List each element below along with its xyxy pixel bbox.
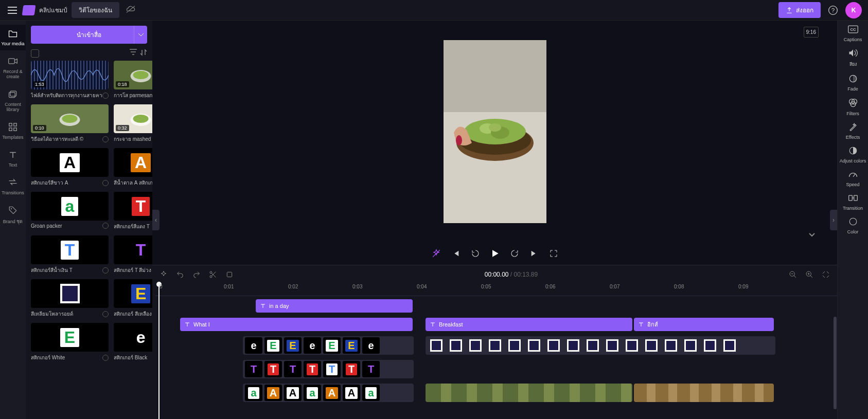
media-item[interactable]: 0:18การโส parmesanc. © <box>114 61 152 99</box>
skip-forward-icon[interactable] <box>529 248 539 259</box>
leftnav-brand[interactable]: Brand ชุด <box>0 202 26 229</box>
media-label: Groan packer <box>31 223 62 229</box>
forward-icon[interactable] <box>509 248 520 259</box>
clip-eggs[interactable]: อิกส์ <box>634 318 774 331</box>
zoom-in-icon[interactable] <box>804 269 814 280</box>
media-check[interactable] <box>102 355 109 361</box>
export-button[interactable]: ส่งออก <box>778 2 821 18</box>
clip-in-a-day[interactable]: in a day <box>256 299 413 313</box>
tile: T <box>362 361 380 377</box>
auto-icon[interactable] <box>158 269 169 280</box>
fit-icon[interactable] <box>821 269 831 280</box>
polaroid-strip-clip[interactable] <box>426 336 775 355</box>
rightnav-fade[interactable]: Fade <box>838 74 869 92</box>
zoom-out-icon[interactable] <box>788 269 798 280</box>
letter-thumb: T <box>114 235 152 264</box>
media-label: สติกเกอร์สีแดง T <box>114 223 150 230</box>
media-check[interactable] <box>102 180 109 186</box>
cloud-off-icon[interactable] <box>126 5 136 15</box>
media-item[interactable]: eสติกเกอร์ Black <box>114 323 152 361</box>
media-check[interactable] <box>102 311 109 317</box>
letter-thumb: T <box>31 235 109 264</box>
leftnav-content-library[interactable]: Content library <box>0 85 26 116</box>
redo-icon[interactable] <box>191 269 202 280</box>
user-avatar[interactable]: K <box>845 2 862 19</box>
video-clip-1[interactable] <box>426 384 632 402</box>
tile: A <box>284 385 302 401</box>
media-item[interactable]: Eสติกเกอร์ White <box>31 323 109 361</box>
filter-icon[interactable] <box>130 49 137 58</box>
svg-rect-46 <box>854 195 857 201</box>
crop-icon[interactable] <box>224 269 235 280</box>
media-item[interactable]: Aสีน้ำตาล A สติกเกอร์ <box>114 148 152 187</box>
media-check[interactable] <box>102 136 109 142</box>
media-item[interactable]: Tสติกเกอร์สีแดง T <box>114 192 152 230</box>
leftnav-record-create[interactable]: Record & create <box>0 52 26 83</box>
media-item[interactable]: 0:32กระจาย mashed © <box>114 104 152 143</box>
tile: e <box>245 337 262 354</box>
media-item[interactable]: Tสติกเกอร์ T สีม่วง <box>114 235 152 274</box>
media-item[interactable]: aGroan packer <box>31 192 109 230</box>
video-clip-2[interactable] <box>634 384 774 402</box>
audio-thumb: 1:53 <box>31 61 109 89</box>
magic-icon[interactable] <box>431 248 441 259</box>
media-check[interactable] <box>102 223 109 229</box>
tile-polaroid <box>467 337 484 354</box>
select-all-checkbox[interactable] <box>31 49 39 58</box>
leftnav-your-media[interactable]: Your media <box>0 25 26 50</box>
media-item[interactable]: สีเหลียมโพลารอยด์ <box>31 279 109 318</box>
media-check[interactable] <box>102 93 109 99</box>
import-dropdown[interactable] <box>134 26 147 44</box>
rightnav-captions[interactable]: CCCaptions <box>838 25 869 42</box>
leftnav-text[interactable]: Text <box>0 146 26 172</box>
media-check[interactable] <box>102 267 109 274</box>
split-icon[interactable] <box>208 269 218 280</box>
rightnav-filters[interactable]: Filters <box>838 98 869 116</box>
expand-preview-icon[interactable] <box>808 232 816 239</box>
media-item[interactable]: Eสติกเกอร์ สีเหลือง <box>114 279 152 318</box>
timeline-timecode: 00:00.00 / 00:13.89 <box>241 271 782 278</box>
skip-back-icon[interactable] <box>451 248 461 259</box>
media-item[interactable]: 1:53ไฟล์สำหรับติดการทุกงานสายคา <box>31 61 109 99</box>
clip-breakfast[interactable]: Breakfast <box>426 318 632 331</box>
svg-rect-9 <box>14 128 16 131</box>
rewind-icon[interactable] <box>470 248 481 259</box>
collapse-right-panel[interactable]: › <box>830 210 837 230</box>
my-videos-button[interactable]: วิดีโอของฉัน <box>72 2 119 18</box>
clip-what-i[interactable]: What I <box>180 318 413 331</box>
media-item[interactable]: 0:10วิธีอดได้อาหารทะเลดี © <box>31 104 109 143</box>
rightnav-color[interactable]: Color <box>838 217 869 234</box>
rightnav-adjust[interactable]: Adjust colors <box>838 146 869 163</box>
speaker-icon <box>848 48 858 59</box>
play-button[interactable] <box>490 248 500 259</box>
aspect-ratio-badge[interactable]: 9:16 <box>804 27 819 38</box>
wand-icon <box>848 122 858 133</box>
tile: E <box>343 337 360 354</box>
collapse-left-panel[interactable]: ‹ <box>152 210 160 230</box>
svg-rect-3 <box>9 59 15 64</box>
ruler[interactable]: 00:010:020:030:040:050:060:070:080:09 <box>155 284 837 296</box>
leftnav-transitions[interactable]: Transitions <box>0 174 26 199</box>
import-media-button[interactable]: นำเข้าสื่อ <box>31 26 147 44</box>
rightnav-audio[interactable]: สียง <box>838 48 869 68</box>
rightnav-transition[interactable]: Transition <box>838 193 869 211</box>
undo-icon[interactable] <box>175 269 185 280</box>
sort-icon[interactable] <box>140 49 147 58</box>
rightnav-effects[interactable]: Effects <box>838 122 869 140</box>
media-panel: นำเข้าสื่อ 1:53ไฟล์สำหรับติดการทุกงานสาย… <box>26 21 152 419</box>
menu-icon[interactable] <box>6 4 19 16</box>
a-strip-clip[interactable]: aAAaAAa <box>243 384 414 402</box>
help-icon[interactable]: ? <box>825 2 841 19</box>
leftnav-templates[interactable]: Templates <box>0 118 26 144</box>
svg-line-0 <box>127 6 135 13</box>
timeline-scrollbar[interactable] <box>833 317 837 419</box>
video-preview[interactable] <box>444 40 546 223</box>
fullscreen-icon[interactable] <box>548 248 559 259</box>
media-item[interactable]: Tสติกเกอร์สีน้ำเงิน T <box>31 235 109 274</box>
e-strip-clip[interactable]: eEEeEEe <box>243 336 414 355</box>
t-strip-clip[interactable]: TTTTTTT <box>243 360 414 378</box>
media-label: วิธีอดได้อาหารทะเลดี © <box>31 135 83 143</box>
media-item[interactable]: Aสติกเกอร์สีขาว A <box>31 148 109 187</box>
tracks-area[interactable]: in a day What I Breakfast อิกส์ <box>152 296 837 419</box>
rightnav-speed[interactable]: Speed <box>838 170 869 187</box>
